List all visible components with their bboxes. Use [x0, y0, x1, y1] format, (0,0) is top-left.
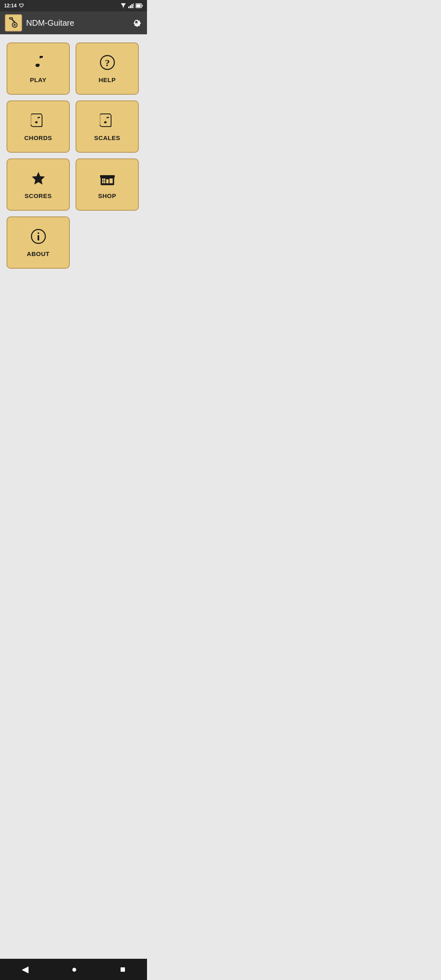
svg-rect-1 [130, 5, 131, 8]
status-bar-left: 12:14 🛡 [4, 3, 24, 9]
svg-rect-29 [106, 179, 109, 183]
svg-rect-21 [101, 115, 111, 126]
app-title: NDM-Guitare [26, 18, 74, 28]
svg-rect-6 [136, 4, 141, 7]
scales-button[interactable]: SCALES [76, 100, 139, 153]
svg-rect-34 [38, 235, 39, 241]
chords-icon [30, 112, 47, 131]
play-icon [31, 54, 46, 73]
button-row-1: PLAY ? HELP [7, 42, 140, 95]
help-button[interactable]: ? HELP [76, 42, 139, 95]
svg-marker-23 [32, 172, 45, 185]
scores-icon [30, 170, 47, 189]
chords-button[interactable]: CHORDS [7, 100, 70, 153]
shop-label: SHOP [98, 192, 116, 199]
svg-rect-22 [100, 114, 100, 125]
app-icon [5, 14, 22, 31]
gear-icon [131, 16, 142, 28]
svg-point-10 [14, 24, 16, 26]
scores-button[interactable]: SCORES [7, 158, 70, 211]
app-bar-left: NDM-Guitare [5, 14, 74, 31]
sim-icon: 🛡 [19, 3, 24, 9]
button-row-3: SCORES [7, 158, 140, 211]
svg-point-33 [38, 232, 39, 234]
chords-label: CHORDS [24, 134, 52, 141]
status-time: 12:14 [4, 3, 17, 9]
svg-rect-2 [131, 4, 133, 8]
svg-rect-5 [142, 5, 143, 7]
battery-icon [136, 3, 143, 8]
signal-icon [128, 3, 134, 8]
status-bar-right [120, 3, 143, 8]
shop-icon [99, 170, 116, 189]
scales-icon [99, 112, 116, 131]
status-bar: 12:14 🛡 [0, 0, 147, 11]
svg-rect-0 [128, 7, 129, 8]
play-label: PLAY [30, 76, 47, 83]
about-label: ABOUT [27, 250, 50, 257]
app-bar: NDM-Guitare [0, 11, 147, 34]
svg-rect-3 [133, 3, 134, 8]
button-row-4: ABOUT [7, 216, 140, 269]
button-row-2: CHORDS SCALES [7, 100, 140, 153]
svg-text:?: ? [105, 58, 110, 68]
svg-rect-17 [32, 115, 42, 126]
wifi-icon [120, 3, 127, 8]
about-icon [30, 228, 47, 247]
scales-label: SCALES [94, 134, 120, 141]
svg-rect-28 [109, 178, 113, 183]
svg-rect-18 [31, 114, 31, 125]
guitar-logo-icon [7, 17, 20, 29]
shop-button[interactable]: SHOP [76, 158, 139, 211]
svg-rect-26 [100, 175, 115, 178]
help-icon: ? [99, 54, 116, 73]
scores-label: SCORES [24, 192, 51, 199]
about-button[interactable]: ABOUT [7, 216, 70, 269]
help-label: HELP [98, 76, 116, 83]
settings-button[interactable] [131, 16, 142, 29]
main-content: PLAY ? HELP [0, 34, 147, 277]
play-button[interactable]: PLAY [7, 42, 70, 95]
